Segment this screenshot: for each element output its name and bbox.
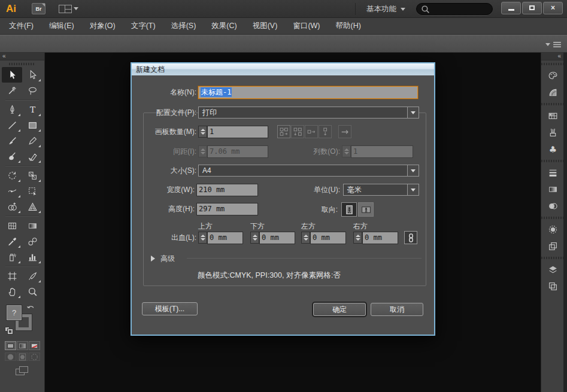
maximize-button[interactable] xyxy=(522,2,542,14)
arrange-documents-button[interactable] xyxy=(59,5,78,13)
graph-tool[interactable] xyxy=(22,249,43,265)
mesh-tool[interactable] xyxy=(2,218,22,233)
appearance-panel-button[interactable] xyxy=(541,221,564,238)
perspective-grid-tool[interactable] xyxy=(22,199,43,214)
eraser-tool[interactable] xyxy=(22,148,43,164)
fill-stroke-control[interactable]: ? xyxy=(4,303,41,340)
slice-tool[interactable] xyxy=(22,268,43,284)
rectangle-tool[interactable] xyxy=(22,117,43,133)
shape-builder-tool[interactable] xyxy=(2,199,22,214)
ok-button[interactable]: 确定 xyxy=(313,303,366,316)
grid-by-column-button[interactable] xyxy=(291,125,304,138)
default-fill-stroke-icon[interactable] xyxy=(5,327,13,334)
none-button[interactable] xyxy=(29,341,40,350)
width-input[interactable]: 210 mm xyxy=(196,184,258,196)
close-button[interactable]: × xyxy=(543,2,563,14)
tools-panel-grip[interactable] xyxy=(9,63,35,65)
layout-direction-button[interactable] xyxy=(338,125,351,138)
orientation-portrait-button[interactable] xyxy=(341,202,357,217)
units-select[interactable]: 毫米 xyxy=(343,184,419,196)
menu-type[interactable]: 文字(T) xyxy=(123,18,163,34)
draw-behind-button[interactable] xyxy=(17,353,28,361)
bleed-top-stepper[interactable] xyxy=(198,232,207,244)
hand-tool[interactable] xyxy=(2,284,22,299)
fill-color-swatch[interactable]: ? xyxy=(6,305,22,321)
screen-mode-button[interactable] xyxy=(14,366,30,378)
grid-by-row-button[interactable] xyxy=(277,125,290,138)
scale-tool[interactable] xyxy=(22,168,43,183)
menu-effect[interactable]: 效果(C) xyxy=(204,18,244,34)
artboards-input[interactable]: 1 xyxy=(207,126,268,138)
control-bar-menu-button[interactable] xyxy=(545,39,559,49)
panels-collapse-button[interactable]: « xyxy=(541,53,563,60)
bleed-top-input[interactable]: 0 mm xyxy=(207,232,243,244)
bridge-button[interactable]: Br xyxy=(32,3,46,14)
menu-view[interactable]: 视图(V) xyxy=(245,18,286,34)
swatches-panel-button[interactable] xyxy=(541,107,564,124)
search-input[interactable] xyxy=(433,5,490,13)
bleed-left-stepper[interactable] xyxy=(301,232,310,244)
lasso-tool[interactable] xyxy=(22,83,43,98)
menu-select[interactable]: 选择(S) xyxy=(163,18,204,34)
symbols-panel-button[interactable]: ♣ xyxy=(541,141,564,157)
orientation-landscape-button[interactable] xyxy=(358,202,374,217)
graphic-styles-panel-button[interactable] xyxy=(541,238,564,254)
gradient-panel-button[interactable] xyxy=(541,181,564,197)
direct-selection-tool[interactable] xyxy=(22,67,43,83)
bleed-bottom-stepper[interactable] xyxy=(250,232,259,244)
symbol-sprayer-tool[interactable] xyxy=(2,249,22,265)
blob-brush-tool[interactable] xyxy=(2,148,22,164)
zoom-tool[interactable] xyxy=(22,284,43,299)
type-tool[interactable]: T xyxy=(22,102,43,117)
arrange-by-column-button[interactable] xyxy=(319,125,332,138)
tools-collapse-button[interactable]: « xyxy=(0,53,44,60)
name-input[interactable]: 未标题-1 xyxy=(198,86,418,99)
brushes-panel-button[interactable] xyxy=(541,124,564,141)
blend-tool[interactable] xyxy=(22,233,43,249)
cancel-button[interactable]: 取消 xyxy=(371,303,423,316)
bleed-left-input[interactable]: 0 mm xyxy=(310,232,346,244)
free-transform-tool[interactable] xyxy=(22,183,43,199)
height-input[interactable]: 297 mm xyxy=(196,203,258,215)
paintbrush-tool[interactable] xyxy=(2,133,22,148)
menu-object[interactable]: 对象(O) xyxy=(82,18,123,34)
profile-select[interactable]: 打印 xyxy=(198,107,419,118)
layers-panel-button[interactable] xyxy=(541,261,564,278)
gradient-tool[interactable] xyxy=(22,218,43,233)
menu-file[interactable]: 文件(F) xyxy=(1,18,41,34)
menu-help[interactable]: 帮助(H) xyxy=(328,18,369,34)
bleed-bottom-input[interactable]: 0 mm xyxy=(259,232,295,244)
eyedropper-tool[interactable] xyxy=(2,233,22,249)
transparency-panel-button[interactable] xyxy=(541,197,564,214)
menu-window[interactable]: 窗口(W) xyxy=(285,18,328,34)
size-select[interactable]: A4 xyxy=(198,165,419,177)
gradient-button[interactable] xyxy=(17,341,28,350)
magic-wand-tool[interactable] xyxy=(2,83,22,98)
draw-inside-button[interactable] xyxy=(29,353,40,361)
workspace-switcher[interactable]: 基本功能 xyxy=(362,4,410,14)
color-button[interactable] xyxy=(5,341,16,350)
stroke-panel-button[interactable] xyxy=(541,164,564,181)
selection-tool[interactable] xyxy=(2,67,22,83)
artboards-panel-button[interactable] xyxy=(541,278,564,294)
bleed-right-input[interactable]: 0 mm xyxy=(362,232,398,244)
color-panel-button[interactable] xyxy=(541,67,564,84)
draw-normal-button[interactable] xyxy=(5,353,16,361)
color-guide-panel-button[interactable] xyxy=(541,84,564,101)
advanced-expander-icon[interactable] xyxy=(151,256,155,262)
pencil-tool[interactable] xyxy=(22,133,43,148)
pen-tool[interactable] xyxy=(2,102,22,117)
rotate-tool[interactable] xyxy=(2,168,22,183)
bleed-link-button[interactable] xyxy=(404,231,417,244)
artboard-tool[interactable] xyxy=(2,268,22,284)
template-button[interactable]: 模板(T)... xyxy=(142,302,198,315)
arrange-by-row-button[interactable] xyxy=(305,125,318,138)
minimize-button[interactable] xyxy=(501,2,521,14)
artboards-stepper[interactable] xyxy=(198,126,207,138)
bleed-right-stepper[interactable] xyxy=(353,232,362,244)
advanced-label[interactable]: 高级 xyxy=(160,253,196,265)
line-tool[interactable] xyxy=(2,117,22,133)
swap-fill-stroke-icon[interactable] xyxy=(26,304,36,314)
search-box[interactable] xyxy=(416,3,493,15)
width-tool[interactable] xyxy=(2,183,22,199)
